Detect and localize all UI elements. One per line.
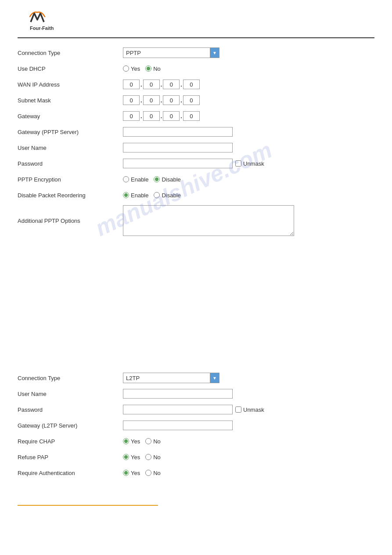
refuse-pap-yes-radio[interactable]	[123, 454, 129, 460]
wan-ip-octet-2[interactable]	[143, 80, 160, 89]
logo-area: Four-Faith	[18, 9, 374, 33]
refuse-pap-yes-text: Yes	[131, 454, 140, 461]
disable-packet-enable-label[interactable]: Enable	[123, 192, 148, 199]
section-gap	[18, 249, 374, 372]
disable-packet-disable-label[interactable]: Disable	[154, 192, 180, 199]
refuse-pap-yes-label[interactable]: Yes	[123, 454, 140, 461]
gateway-row: Gateway . . .	[18, 110, 374, 122]
l2tp-connection-type-label: Connection Type	[18, 375, 123, 381]
refuse-pap-label: Refuse PAP	[18, 454, 123, 461]
dhcp-yes-label[interactable]: Yes	[123, 65, 140, 72]
subnet-dot-1: .	[140, 97, 143, 104]
disable-packet-control: Enable Disable	[123, 192, 181, 199]
pptp-encryption-control: Enable Disable	[123, 176, 181, 183]
wan-ip-octet-1[interactable]	[123, 80, 140, 89]
dhcp-no-label[interactable]: No	[145, 65, 161, 72]
l2tp-password-control: Unmask	[123, 405, 264, 414]
gateway-dot-1: .	[140, 113, 143, 120]
additional-pptp-textarea[interactable]	[123, 205, 294, 236]
disable-packet-enable-radio[interactable]	[123, 192, 129, 198]
require-auth-row: Require Authentication Yes No	[18, 467, 374, 479]
gateway-l2tp-row: Gateway (L2TP Server)	[18, 420, 374, 431]
wan-ip-dot-2: .	[160, 81, 163, 88]
pptp-username-control	[123, 143, 233, 152]
l2tp-connection-type-select[interactable]: L2TP PPTP DHCP Static IP PPPoE	[123, 373, 219, 383]
pptp-encryption-enable-radio[interactable]	[123, 176, 129, 182]
use-dhcp-control: Yes No	[123, 65, 161, 72]
dhcp-no-radio[interactable]	[145, 65, 151, 72]
connection-type-dropdown-wrapper[interactable]: PPTP L2TP DHCP Static IP PPPoE	[123, 47, 219, 58]
require-chap-control: Yes No	[123, 438, 161, 445]
subnet-mask-row: Subnet Mask . . .	[18, 94, 374, 106]
require-chap-yes-radio[interactable]	[123, 438, 129, 444]
additional-pptp-control	[123, 205, 294, 236]
require-chap-no-label[interactable]: No	[145, 438, 161, 445]
l2tp-unmask-label[interactable]: Unmask	[235, 406, 264, 413]
refuse-pap-no-radio[interactable]	[145, 454, 151, 460]
disable-packet-disable-text: Disable	[162, 192, 180, 199]
gateway-octet-4[interactable]	[183, 111, 200, 121]
require-auth-yes-radio[interactable]	[123, 470, 129, 476]
header-divider	[18, 37, 374, 38]
wan-ip-dot-3: .	[180, 81, 183, 88]
require-chap-yes-label[interactable]: Yes	[123, 438, 140, 445]
require-auth-no-label[interactable]: No	[145, 470, 161, 476]
pptp-section: Connection Type PPTP L2TP DHCP Static IP…	[18, 47, 374, 236]
require-auth-no-text: No	[153, 470, 161, 476]
pptp-encryption-enable-text: Enable	[131, 176, 148, 183]
subnet-dot-3: .	[180, 97, 183, 104]
gateway-pptp-input[interactable]	[123, 127, 233, 137]
dhcp-yes-radio[interactable]	[123, 65, 129, 72]
require-chap-row: Require CHAP Yes No	[18, 435, 374, 447]
pptp-encryption-enable-label[interactable]: Enable	[123, 176, 148, 183]
gateway-l2tp-input[interactable]	[123, 421, 233, 430]
require-chap-yes-text: Yes	[131, 438, 140, 445]
connection-type-row: Connection Type PPTP L2TP DHCP Static IP…	[18, 47, 374, 58]
wan-ip-octet-3[interactable]	[163, 80, 180, 89]
pptp-encryption-disable-label[interactable]: Disable	[154, 176, 180, 183]
svg-text:Four-Faith: Four-Faith	[30, 25, 54, 31]
pptp-unmask-label[interactable]: Unmask	[235, 160, 264, 167]
l2tp-unmask-text: Unmask	[243, 406, 264, 413]
gateway-pptp-row: Gateway (PPTP Server)	[18, 126, 374, 138]
gateway-l2tp-label: Gateway (L2TP Server)	[18, 422, 123, 429]
gateway-octet-1[interactable]	[123, 111, 140, 121]
require-chap-no-text: No	[153, 438, 161, 445]
subnet-octet-1[interactable]	[123, 95, 140, 105]
pptp-encryption-label: PPTP Encryption	[18, 176, 123, 183]
gateway-octet-3[interactable]	[163, 111, 180, 121]
connection-type-select[interactable]: PPTP L2TP DHCP Static IP PPPoE	[123, 47, 219, 58]
pptp-encryption-disable-radio[interactable]	[154, 176, 160, 182]
gateway-octet-2[interactable]	[143, 111, 160, 121]
l2tp-password-row: Password Unmask	[18, 404, 374, 415]
l2tp-unmask-checkbox[interactable]	[235, 406, 241, 413]
l2tp-section: Connection Type L2TP PPTP DHCP Static IP…	[18, 372, 374, 479]
dhcp-no-text: No	[153, 65, 161, 72]
wan-ip-label: WAN IP Address	[18, 81, 123, 88]
refuse-pap-no-label[interactable]: No	[145, 454, 161, 461]
pptp-password-input[interactable]	[123, 159, 233, 168]
disable-packet-disable-radio[interactable]	[154, 192, 160, 198]
gateway-pptp-label: Gateway (PPTP Server)	[18, 129, 123, 135]
subnet-dot-2: .	[160, 97, 163, 104]
l2tp-connection-type-dropdown-wrapper[interactable]: L2TP PPTP DHCP Static IP PPPoE	[123, 373, 219, 383]
wan-ip-octet-4[interactable]	[183, 80, 200, 89]
use-dhcp-row: Use DHCP Yes No	[18, 63, 374, 74]
subnet-octet-4[interactable]	[183, 95, 200, 105]
pptp-unmask-checkbox[interactable]	[235, 160, 241, 167]
require-chap-no-radio[interactable]	[145, 438, 151, 444]
require-auth-yes-label[interactable]: Yes	[123, 470, 140, 476]
subnet-octet-3[interactable]	[163, 95, 180, 105]
disable-packet-label: Disable Packet Reordering	[18, 192, 123, 199]
gateway-control: . . .	[123, 111, 200, 121]
subnet-octet-2[interactable]	[143, 95, 160, 105]
require-chap-label: Require CHAP	[18, 438, 123, 445]
l2tp-password-input[interactable]	[123, 405, 233, 414]
pptp-username-input[interactable]	[123, 143, 233, 152]
additional-pptp-label: Additional PPTP Options	[18, 218, 123, 224]
require-auth-yes-text: Yes	[131, 470, 140, 476]
l2tp-username-input[interactable]	[123, 389, 233, 399]
require-auth-no-radio[interactable]	[145, 470, 151, 476]
dhcp-yes-text: Yes	[131, 65, 140, 72]
footer-divider	[18, 505, 158, 506]
